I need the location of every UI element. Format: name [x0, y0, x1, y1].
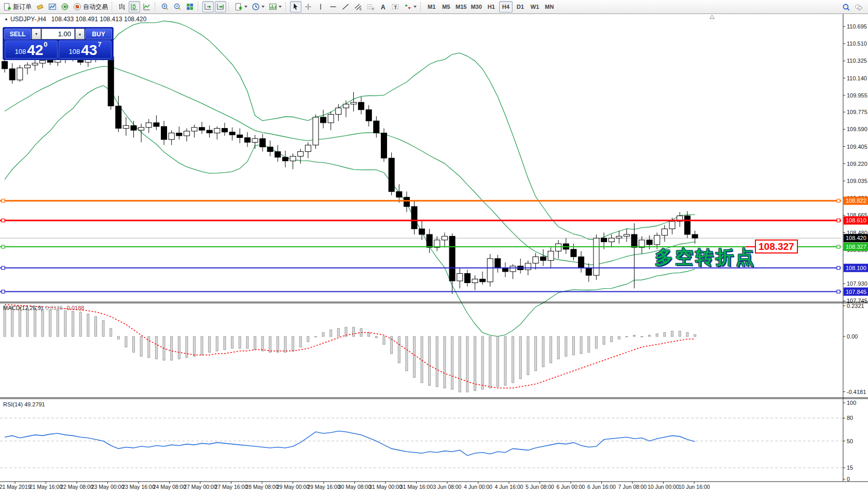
price-axis-label: 110.695	[847, 23, 867, 30]
volume-input[interactable]	[42, 29, 75, 39]
macd-histogram-bar	[79, 312, 81, 336]
timeframe-m5-button[interactable]: M5	[439, 1, 453, 12]
turning-point-annotation[interactable]: 多空转折点	[655, 245, 756, 270]
tile-windows-button[interactable]	[184, 1, 196, 12]
chat-button[interactable]	[853, 2, 864, 13]
templates-button[interactable]	[267, 1, 283, 12]
fibonacci-tool-button[interactable]: F	[365, 1, 376, 12]
toolbar-separator	[112, 2, 114, 11]
chart-shift-marker[interactable]	[710, 15, 714, 19]
hline-icon	[329, 3, 337, 11]
timeframe-h1-button[interactable]: H1	[485, 1, 498, 12]
timeframe-m15-button[interactable]: M15	[454, 1, 468, 12]
collapse-arrow-icon[interactable]: ▲	[4, 17, 8, 21]
macd-histogram-bar	[550, 336, 552, 363]
clock-icon	[252, 3, 260, 11]
macd-histogram-bar	[611, 336, 613, 342]
bar-chart-mode-button[interactable]	[116, 1, 128, 12]
auto-scroll-button[interactable]	[202, 1, 214, 12]
time-axis-label: 31 May 00:00	[369, 484, 402, 490]
arrows-tool-button[interactable]	[402, 1, 418, 12]
timeframe-mn-button[interactable]: MN	[543, 1, 556, 12]
time-axis-label: 6 Jun 00:00	[557, 484, 585, 490]
vline-icon	[316, 3, 325, 11]
line-handle[interactable]	[2, 199, 5, 202]
timeframe-d1-button[interactable]: D1	[514, 1, 527, 12]
periods-button[interactable]	[250, 1, 266, 12]
line-handle[interactable]	[837, 245, 840, 248]
volume-decrement-button[interactable]: ▼	[32, 29, 41, 39]
zoom-out-button[interactable]	[172, 1, 183, 12]
bear-candle-body	[464, 274, 470, 283]
bear-candle-body	[9, 69, 15, 80]
macd-histogram-bar	[72, 312, 74, 336]
line-handle[interactable]	[837, 199, 840, 202]
price-axis-label: 107.930	[847, 280, 867, 287]
time-axis-label: 6 Jun 16:00	[587, 484, 616, 490]
price-annotation-box[interactable]: 108.327	[755, 240, 798, 253]
equidistant-channel-tool-button[interactable]: E	[352, 1, 364, 12]
macd-main-value: 0.0136	[45, 305, 63, 311]
macd-histogram-bar	[444, 336, 446, 388]
zoom-in-button[interactable]	[159, 1, 171, 12]
eraser-button[interactable]	[34, 1, 46, 12]
line-chart-mode-button[interactable]	[141, 1, 153, 12]
candlestick-mode-button[interactable]	[129, 1, 140, 12]
sell-price-box[interactable]: 108420	[5, 40, 58, 59]
horizontal-line-tool-button[interactable]	[327, 1, 339, 12]
bear-candle-body	[237, 135, 243, 137]
bear-candle-body	[267, 147, 273, 151]
autotrading-button[interactable]: 自动交易	[72, 1, 109, 12]
chart-shift-button[interactable]	[215, 1, 226, 12]
line-handle[interactable]	[2, 219, 5, 222]
open-chart-button[interactable]	[47, 1, 58, 12]
bull-candle-body	[533, 257, 539, 263]
search-icon	[842, 3, 850, 11]
bull-candle-body	[442, 236, 447, 240]
macd-axis-label: 0.00	[847, 333, 858, 340]
search-button[interactable]	[841, 2, 852, 13]
toolbar-separator	[228, 2, 230, 11]
bear-candle-body	[578, 257, 584, 268]
timeframe-m1-button[interactable]: M1	[425, 1, 438, 12]
macd-histogram-bar	[497, 336, 499, 387]
buy-price-box[interactable]: 108437	[59, 40, 112, 59]
cursor-tool-button[interactable]	[290, 1, 301, 12]
macd-histogram-bar	[641, 336, 643, 337]
text-label-tool-button[interactable]: T	[390, 1, 401, 12]
line-handle[interactable]	[2, 290, 5, 293]
text-tool-button[interactable]: A	[377, 1, 389, 12]
crosshair-tool-button[interactable]	[302, 1, 314, 12]
macd-histogram-bar	[565, 336, 567, 356]
macd-histogram-bar	[436, 336, 438, 387]
line-handle[interactable]	[2, 245, 5, 248]
macd-histogram-bar	[261, 336, 264, 351]
buy-button[interactable]: BUY	[85, 29, 112, 39]
line-handle[interactable]	[837, 219, 840, 222]
timeframe-m30-button[interactable]: M30	[469, 1, 483, 12]
trendline-tool-button[interactable]	[340, 1, 351, 12]
bear-candle-body	[260, 138, 266, 147]
timeframe-w1-button[interactable]: W1	[528, 1, 542, 12]
price-axis-label: 109.955	[847, 92, 867, 98]
bull-candle-body	[146, 123, 151, 128]
sell-button[interactable]: SELL	[4, 29, 31, 39]
macd-histogram-bar	[117, 336, 119, 339]
new-order-button[interactable]: 新订单	[2, 1, 33, 12]
macd-axis-label: 0.2321	[847, 303, 864, 309]
volume-increment-button[interactable]: ▲	[75, 29, 85, 39]
macd-histogram-bar	[299, 336, 301, 347]
line-handle[interactable]	[2, 266, 5, 270]
cursor-icon	[292, 3, 300, 11]
vertical-line-tool-button[interactable]	[315, 1, 326, 12]
bear-candle-body	[631, 234, 637, 247]
macd-histogram-bar	[110, 329, 112, 336]
macd-histogram-bar	[11, 307, 13, 336]
macd-histogram-bar	[224, 336, 226, 350]
price-axis-label: 109.220	[847, 161, 867, 167]
timeframe-h4-button[interactable]: H4	[499, 1, 513, 12]
indicators-button[interactable]	[233, 1, 249, 12]
line-handle[interactable]	[837, 266, 840, 270]
line-handle[interactable]	[837, 290, 840, 293]
sound-alert-button[interactable]	[59, 1, 71, 12]
